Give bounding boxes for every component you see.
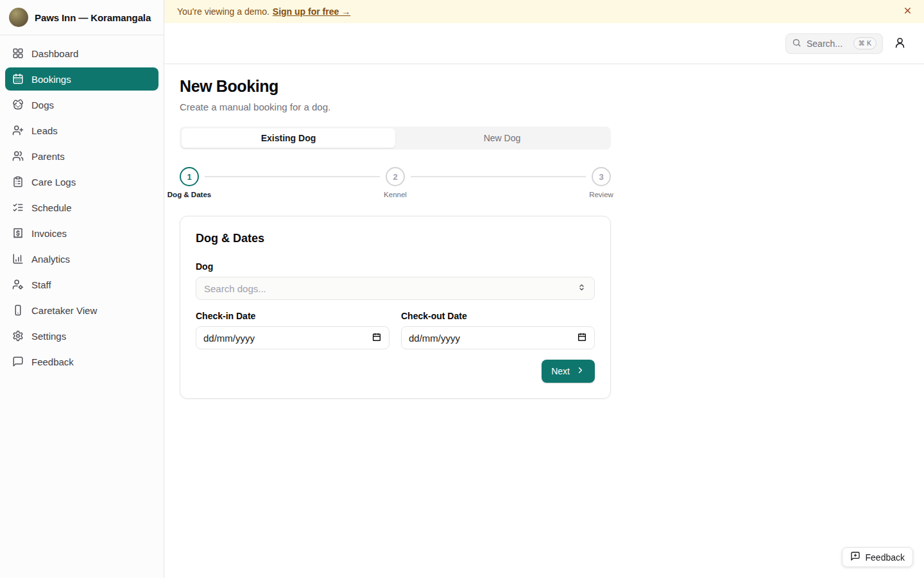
step-number: 1 <box>180 167 199 186</box>
users-icon <box>12 150 24 162</box>
date-fields: Check-in Date Check-out Date dd/mm/yyyy … <box>196 311 595 349</box>
page-title: New Booking <box>180 77 611 96</box>
right-column: You're viewing a demo. Sign up for free … <box>164 0 924 578</box>
dog-dates-card: Dog & Dates Dog Search dogs... Check-in … <box>180 216 611 399</box>
step-label: Dog & Dates <box>167 191 211 198</box>
search-input[interactable]: Search... ⌘ K <box>785 33 883 54</box>
chevron-right-icon <box>576 365 585 377</box>
shortcut-badge: ⌘ K <box>853 37 877 49</box>
message-square-icon <box>12 356 24 367</box>
search-icon <box>792 38 801 49</box>
receipt-icon <box>12 227 24 239</box>
tab-new-dog[interactable]: New Dog <box>395 128 609 148</box>
demo-banner: You're viewing a demo. Sign up for free … <box>164 0 924 23</box>
user-cog-icon <box>12 279 24 290</box>
checkout-date-value: dd/mm/yyyy <box>409 333 460 344</box>
stepper-connector <box>411 176 586 177</box>
message-square-plus-icon <box>850 551 860 563</box>
user-menu-button[interactable] <box>889 33 910 54</box>
checkin-date-input[interactable]: dd/mm/yyyy <box>196 326 389 349</box>
sidebar-item-caretaker-view[interactable]: Caretaker View <box>5 299 158 322</box>
stepper-step-2: 2Kennel <box>386 167 405 186</box>
sidebar-item-staff[interactable]: Staff <box>5 273 158 296</box>
stepper-step-1: 1Dog & Dates <box>180 167 199 186</box>
bar-chart-icon <box>12 253 24 265</box>
step-label: Kennel <box>384 191 407 198</box>
sidebar-item-label: Caretaker View <box>31 305 97 316</box>
feedback-fab-button[interactable]: Feedback <box>842 547 913 567</box>
sidebar-item-label: Schedule <box>31 202 72 213</box>
stepper-connector <box>205 176 380 177</box>
sidebar-item-feedback[interactable]: Feedback <box>5 350 158 373</box>
page-subtitle: Create a manual booking for a dog. <box>180 101 611 112</box>
step-label: Review <box>589 191 613 198</box>
sidebar-item-bookings[interactable]: Bookings <box>5 67 158 91</box>
calendar-icon <box>372 332 382 344</box>
org-avatar <box>9 8 28 27</box>
sidebar-item-analytics[interactable]: Analytics <box>5 247 158 270</box>
user-plus-icon <box>12 125 24 136</box>
clipboard-list-icon <box>12 176 24 188</box>
sidebar-item-parents[interactable]: Parents <box>5 144 158 168</box>
banner-close-button[interactable] <box>901 5 914 18</box>
sidebar-item-label: Parents <box>31 151 65 162</box>
top-bar: Search... ⌘ K <box>164 23 924 64</box>
sidebar-item-schedule[interactable]: Schedule <box>5 196 158 219</box>
close-icon <box>903 6 912 17</box>
org-switcher[interactable]: Paws Inn — Koramangala <box>0 0 164 35</box>
stepper-step-3: 3Review <box>592 167 611 186</box>
user-icon <box>894 37 906 51</box>
sidebar-item-settings[interactable]: Settings <box>5 324 158 347</box>
signup-link[interactable]: Sign up for free → <box>273 6 350 17</box>
step-number: 3 <box>592 167 611 186</box>
sidebar-item-label: Leads <box>31 125 58 136</box>
sidebar-item-label: Invoices <box>31 228 67 239</box>
sidebar-nav: DashboardBookingsDogsLeadsParentsCare Lo… <box>0 35 164 380</box>
calendar-icon <box>577 332 587 344</box>
org-name: Paws Inn — Koramangala <box>35 12 151 23</box>
next-button-label: Next <box>551 366 570 376</box>
checkout-date-input[interactable]: dd/mm/yyyy <box>401 326 595 349</box>
sidebar-item-label: Staff <box>31 279 51 290</box>
sidebar-item-label: Feedback <box>31 356 74 367</box>
feedback-fab-label: Feedback <box>866 552 905 563</box>
dog-search-placeholder: Search dogs... <box>204 283 266 294</box>
sidebar-item-label: Settings <box>31 331 66 342</box>
sidebar-item-leads[interactable]: Leads <box>5 119 158 142</box>
sidebar: Paws Inn — Koramangala DashboardBookings… <box>0 0 164 578</box>
stepper: 1Dog & Dates2Kennel3Review <box>180 167 611 186</box>
layout-dashboard-icon <box>12 48 24 59</box>
dog-icon <box>12 99 24 110</box>
checkout-label: Check-out Date <box>401 311 595 321</box>
checkin-label: Check-in Date <box>196 311 389 321</box>
list-checks-icon <box>12 202 24 213</box>
search-placeholder: Search... <box>807 39 843 49</box>
card-title: Dog & Dates <box>196 232 595 245</box>
sidebar-item-label: Dashboard <box>31 48 78 59</box>
step-number: 2 <box>386 167 405 186</box>
next-button[interactable]: Next <box>542 360 595 383</box>
sidebar-item-label: Dogs <box>31 100 54 110</box>
dog-field-label: Dog <box>196 261 595 272</box>
calendar-days-icon <box>12 73 24 85</box>
demo-banner-text: You're viewing a demo. <box>177 6 270 17</box>
sidebar-item-label: Analytics <box>31 254 70 265</box>
sidebar-item-dashboard[interactable]: Dashboard <box>5 42 158 65</box>
chevrons-up-down-icon <box>577 283 586 295</box>
main-content: New Booking Create a manual booking for … <box>164 64 924 578</box>
sidebar-item-label: Care Logs <box>31 177 76 188</box>
app-root: Paws Inn — Koramangala DashboardBookings… <box>0 0 924 578</box>
checkin-date-value: dd/mm/yyyy <box>203 333 255 344</box>
sidebar-item-care-logs[interactable]: Care Logs <box>5 170 158 193</box>
sidebar-item-label: Bookings <box>31 74 71 85</box>
sidebar-item-dogs[interactable]: Dogs <box>5 93 158 116</box>
tab-existing-dog[interactable]: Existing Dog <box>182 128 395 148</box>
dog-mode-tabs: Existing DogNew Dog <box>180 127 611 150</box>
sidebar-item-invoices[interactable]: Invoices <box>5 222 158 245</box>
smartphone-icon <box>12 304 24 316</box>
dog-search-combobox[interactable]: Search dogs... <box>196 277 595 300</box>
gear-icon <box>12 330 24 342</box>
